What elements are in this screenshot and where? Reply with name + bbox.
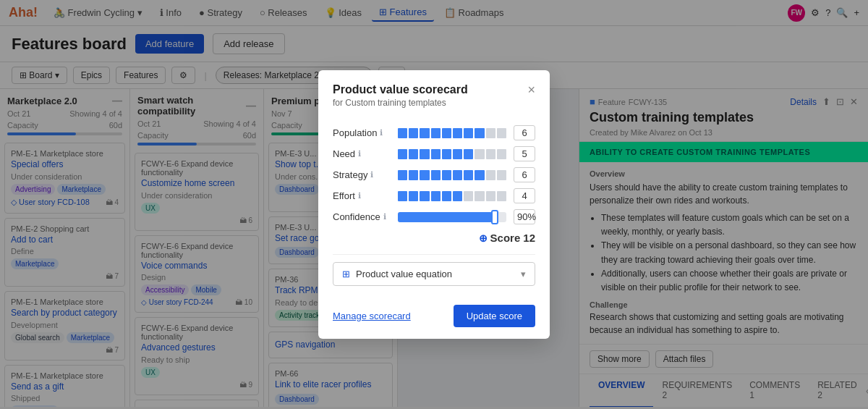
eq-dropdown-icon[interactable]: ▾ <box>521 269 526 279</box>
modal-overlay[interactable]: Product value scorecard for Custom train… <box>0 0 868 407</box>
score-label: Score <box>490 232 521 244</box>
confidence-slider-handle[interactable] <box>491 210 498 224</box>
score-row-effort: Effort ℹ 4 <box>333 188 535 203</box>
score-val-effort[interactable]: 4 <box>514 188 535 203</box>
score-val-confidence[interactable]: 90% <box>514 209 535 224</box>
score-row-need: Need ℹ 5 <box>333 146 535 161</box>
eq-label: Product value equation <box>356 269 452 279</box>
modal-divider <box>333 254 535 255</box>
modal-body: Population ℹ 6 <box>318 115 550 298</box>
confidence-slider-track[interactable] <box>398 212 506 222</box>
score-val-strategy[interactable]: 6 <box>514 167 535 182</box>
modal-footer: Manage scorecard Update score <box>318 298 550 339</box>
info-icon-strategy[interactable]: ℹ <box>370 170 373 180</box>
update-score-button[interactable]: Update score <box>454 305 535 327</box>
score-label-confidence: Confidence ℹ <box>333 211 391 222</box>
score-val-population[interactable]: 6 <box>514 125 535 140</box>
score-label-need: Need ℹ <box>333 148 391 159</box>
info-icon-effort[interactable]: ℹ <box>358 191 361 201</box>
modal-subtitle: for Custom training templates <box>333 98 468 108</box>
score-label-effort: Effort ℹ <box>333 190 391 201</box>
score-row-confidence: Confidence ℹ 90% <box>333 209 535 224</box>
score-segments-strategy <box>398 170 506 180</box>
manage-scorecard-button[interactable]: Manage scorecard <box>333 311 411 321</box>
score-segments-need <box>398 149 506 159</box>
score-row-strategy: Strategy ℹ 6 <box>333 167 535 182</box>
product-eq-row[interactable]: ⊞ Product value equation ▾ <box>333 262 535 286</box>
score-icon: ⊕ <box>479 232 488 244</box>
score-segments-population <box>398 128 506 138</box>
modal-close-button[interactable]: × <box>527 83 535 96</box>
score-value: 12 <box>523 232 535 244</box>
info-icon-confidence[interactable]: ℹ <box>383 212 386 222</box>
score-total: ⊕ Score 12 <box>333 232 535 244</box>
score-row-population: Population ℹ 6 <box>333 125 535 140</box>
info-icon-population[interactable]: ℹ <box>380 128 383 138</box>
score-label-strategy: Strategy ℹ <box>333 169 391 180</box>
modal-title: Product value scorecard <box>333 83 468 96</box>
eq-icon: ⊞ <box>342 269 350 279</box>
confidence-slider-fill <box>398 212 495 222</box>
score-label-population: Population ℹ <box>333 127 391 138</box>
score-segments-effort <box>398 191 506 201</box>
info-icon-need[interactable]: ℹ <box>358 149 361 159</box>
scorecard-modal: Product value scorecard for Custom train… <box>318 70 550 339</box>
modal-header: Product value scorecard for Custom train… <box>318 70 550 115</box>
score-val-need[interactable]: 5 <box>514 146 535 161</box>
